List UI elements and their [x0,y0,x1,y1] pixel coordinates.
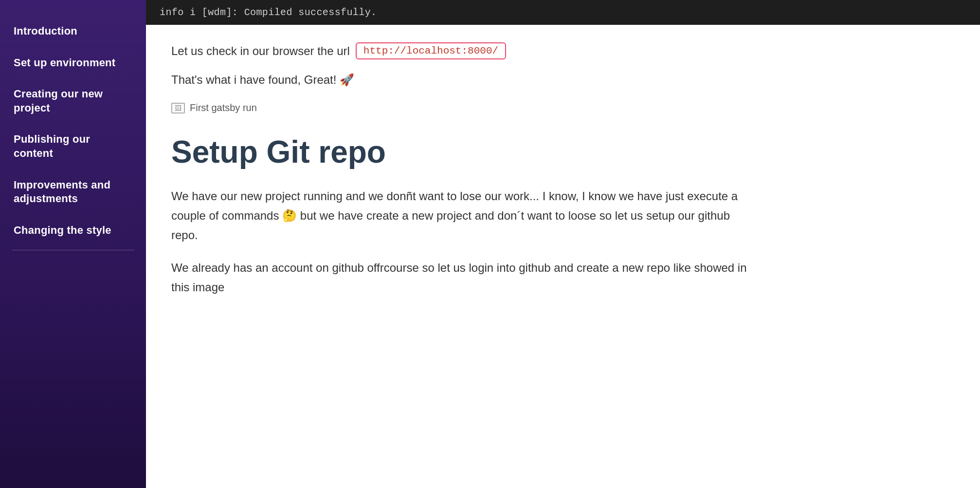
check-url-line: Let us check in our browser the url http… [171,42,759,59]
content-body: Let us check in our browser the url http… [146,25,779,339]
url-badge[interactable]: http://localhost:8000/ [356,42,506,59]
check-url-text: Let us check in our browser the url [171,44,350,58]
sidebar-divider [12,250,134,250]
sidebar-nav: IntroductionSet up environmentCreating o… [0,0,146,488]
great-text: That's what i have found, Great! 🚀 [171,73,759,87]
paragraph-1: We have our new project running and we d… [171,187,759,244]
sidebar-item-changing-style[interactable]: Changing the style [0,215,146,246]
paragraph-2: We already has an account on github offr… [171,258,759,297]
sidebar-item-introduction[interactable]: Introduction [0,16,146,47]
sidebar-item-publishing-content[interactable]: Publishing our content [0,124,146,169]
image-placeholder: 🖼 First gatsby run [171,102,759,113]
sidebar-item-set-up-environment[interactable]: Set up environment [0,47,146,79]
terminal-bar: info i [wdm]: Compiled successfully. [146,0,980,25]
terminal-text: info i [wdm]: Compiled successfully. [160,7,377,18]
section-heading: Setup Git repo [171,135,759,169]
sidebar-item-creating-new-project[interactable]: Creating our new project [0,78,146,124]
sidebar: IntroductionSet up environmentCreating o… [0,0,146,488]
main-content: info i [wdm]: Compiled successfully. Let… [146,0,980,488]
image-alt-text: First gatsby run [190,102,257,113]
broken-image-icon: 🖼 [171,103,185,113]
sidebar-item-improvements[interactable]: Improvements and adjustments [0,169,146,215]
